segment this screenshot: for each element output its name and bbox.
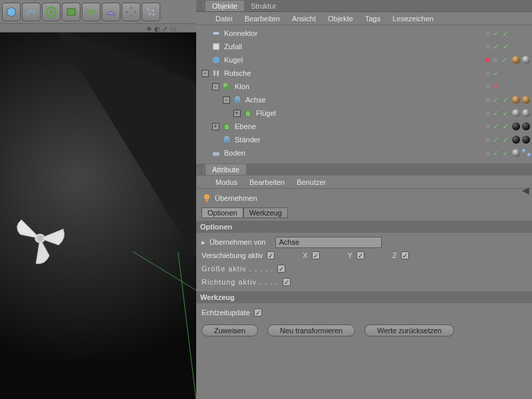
object-name[interactable]: Kugel	[224, 56, 271, 64]
axis-x-check[interactable]: ✓	[312, 251, 320, 259]
tool-curve-icon[interactable]	[22, 3, 41, 21]
tool-array-icon[interactable]	[82, 3, 100, 21]
tab-attribute[interactable]: Attribute	[205, 164, 246, 175]
expand-toggle[interactable]: -	[223, 96, 230, 104]
tree-row[interactable]: Zufall✓✓	[196, 40, 532, 53]
tag-icons[interactable]	[512, 122, 532, 130]
visibility-dots[interactable]: ✓✓	[485, 149, 509, 158]
svg-point-9	[148, 13, 151, 15]
visibility-dots[interactable]: ✓✓	[485, 122, 509, 131]
objects-menu: ⋮⋮ Datei Bearbeiten Ansicht Objekte Tags…	[196, 12, 532, 25]
object-name[interactable]: Rutsche	[224, 69, 271, 77]
attribute-tabs: ⋮⋮ Attribute	[196, 164, 532, 176]
assign-button[interactable]: Zuweisen	[201, 325, 258, 336]
expand-toggle[interactable]: +	[212, 123, 219, 130]
svg-rect-19	[213, 70, 215, 76]
svg-marker-27	[224, 124, 229, 130]
tool-nurbs-icon[interactable]	[42, 3, 61, 21]
grip-icon[interactable]: ⋮⋮	[196, 3, 205, 9]
object-name[interactable]: Flügel	[256, 109, 303, 117]
svg-point-10	[152, 13, 155, 16]
nav-back-icon[interactable]: ◀	[522, 185, 529, 196]
visibility-dots[interactable]: ✓✓	[485, 136, 509, 144]
menu-edit[interactable]: Bearbeiten	[239, 15, 286, 23]
tree-row[interactable]: -Klon✕	[196, 80, 532, 93]
menu-edit-attr[interactable]: Bearbeiten	[243, 178, 291, 186]
menu-tags[interactable]: Tags	[359, 15, 386, 23]
tree-row[interactable]: Ständer✓✓	[196, 133, 532, 146]
tag-icons[interactable]	[512, 136, 532, 144]
objects-tabs: ⋮⋮ Objekte Struktur	[196, 0, 532, 12]
tab-structure[interactable]: Struktur	[244, 1, 283, 11]
menu-file[interactable]: Datei	[209, 15, 239, 23]
svg-point-4	[87, 9, 90, 12]
realtime-check[interactable]: ✓	[254, 309, 262, 317]
3d-viewport[interactable]	[0, 32, 196, 399]
visibility-dots[interactable]: ✓✓	[485, 96, 509, 104]
realtime-label: Echtzeitupdate	[201, 309, 250, 317]
reset-button[interactable]: Werte zurücksetzen	[364, 325, 454, 336]
size-active-check[interactable]: ✓	[277, 265, 285, 273]
svg-rect-17	[213, 43, 219, 50]
visibility-dots[interactable]: ✓	[485, 56, 507, 65]
object-name[interactable]: Konnektor	[224, 29, 271, 37]
tree-row[interactable]: Kugel✓	[196, 53, 532, 66]
viewport-mini-controls[interactable]: ✥◐⤢▭	[146, 25, 177, 32]
tree-row[interactable]: +Flügel✓✓	[196, 106, 532, 120]
axis-y-check[interactable]: ✓	[356, 251, 364, 259]
inherit-label: Übernehmen von	[209, 238, 265, 246]
tree-row[interactable]: -Achse✓✓	[196, 93, 532, 106]
tree-row[interactable]: +Ebene✓✓	[196, 120, 532, 133]
expand-toggle[interactable]: -	[212, 83, 219, 90]
visibility-dots[interactable]: ✓	[485, 69, 499, 78]
tag-icons[interactable]	[512, 149, 531, 157]
menu-bookmarks[interactable]: Lesezeichen	[386, 15, 440, 23]
tool-deformer-icon[interactable]	[102, 3, 120, 21]
expand-toggle[interactable]: +	[233, 110, 241, 117]
object-name[interactable]: Klon	[235, 82, 281, 90]
menu-mode[interactable]: Modus	[209, 178, 243, 186]
section-tool: Werkzeug	[196, 291, 532, 303]
tree-row[interactable]: Konnektor✓✓	[196, 27, 532, 40]
tool-move-icon[interactable]	[122, 3, 140, 21]
grip-icon[interactable]: ⋮⋮	[196, 167, 205, 173]
tag-icons[interactable]	[512, 109, 532, 117]
object-name[interactable]: Boden	[224, 149, 271, 157]
menu-user[interactable]: Benutzer	[291, 178, 332, 186]
tag-icons[interactable]	[512, 56, 530, 64]
expand-toggle[interactable]: -	[201, 70, 209, 77]
translate-active-check[interactable]: ✓	[267, 251, 275, 259]
object-name[interactable]: Ebene	[235, 122, 281, 130]
inherit-field[interactable]: Achse	[275, 237, 382, 248]
object-name[interactable]: Ständer	[235, 136, 281, 144]
retransform-button[interactable]: Neu transformieren	[267, 325, 355, 336]
tool-box-icon[interactable]	[62, 3, 80, 21]
axis-z-check[interactable]: ✓	[401, 251, 409, 259]
visibility-dots[interactable]: ✓✓	[485, 29, 509, 38]
disclosure-icon[interactable]: ▸	[201, 238, 205, 247]
svg-point-25	[235, 100, 240, 103]
object-name[interactable]: Zufall	[224, 43, 271, 51]
svg-point-5	[92, 9, 95, 12]
tag-icons[interactable]	[512, 96, 532, 104]
grip-icon[interactable]: ⋮⋮	[198, 15, 207, 21]
attr-tab-options[interactable]: Optionen	[201, 207, 243, 218]
dir-active-check[interactable]: ✓	[283, 278, 291, 286]
object-tree[interactable]: Konnektor✓✓Zufall✓✓Kugel✓-Rutsche✓-Klon✕…	[196, 25, 532, 164]
attr-tab-tool[interactable]: Werkzeug	[243, 207, 288, 218]
object-icon	[211, 148, 221, 158]
object-name[interactable]: Achse	[245, 96, 292, 104]
grip-icon[interactable]: ⋮⋮	[198, 179, 207, 185]
menu-view[interactable]: Ansicht	[286, 15, 322, 23]
dir-active-label: Richtung aktiv . . . .	[201, 278, 279, 286]
tool-particles-icon[interactable]	[142, 3, 160, 21]
visibility-dots[interactable]: ✕	[485, 82, 499, 91]
svg-marker-26	[245, 110, 251, 117]
visibility-dots[interactable]: ✓✓	[485, 43, 509, 51]
tab-objects[interactable]: Objekte	[205, 1, 244, 11]
tree-row[interactable]: Boden✓✓	[196, 146, 532, 160]
visibility-dots[interactable]: ✓✓	[485, 109, 509, 118]
tool-cube-icon[interactable]	[2, 3, 21, 21]
tree-row[interactable]: -Rutsche✓	[196, 66, 532, 80]
menu-objects[interactable]: Objekte	[322, 15, 359, 23]
